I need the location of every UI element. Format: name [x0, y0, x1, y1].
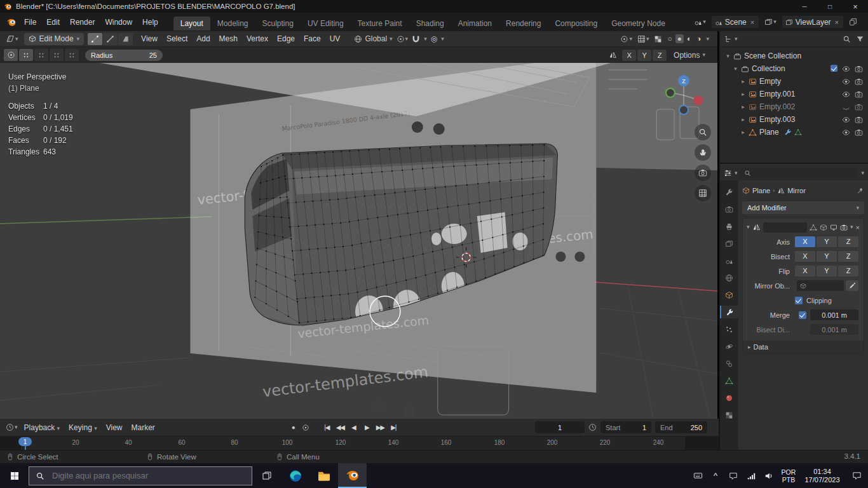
- maximize-button[interactable]: □: [817, 0, 843, 13]
- start-button[interactable]: [0, 463, 29, 488]
- menu-edit[interactable]: Edit: [41, 18, 65, 27]
- network-tray-icon[interactable]: [742, 463, 760, 488]
- overlays-dropdown[interactable]: ▾: [635, 33, 651, 45]
- select-mode-intersect-button[interactable]: [65, 49, 79, 61]
- taskbar-search[interactable]: [29, 466, 252, 485]
- viewport-canvas[interactable]: vector-templates.com vector-templates.co…: [0, 63, 717, 419]
- timeline-editor-icon[interactable]: ▾: [4, 421, 20, 433]
- hide-viewport-icon[interactable]: [842, 116, 850, 124]
- blender-taskbar-icon[interactable]: [338, 463, 367, 488]
- hide-viewport-icon-closed[interactable]: [842, 103, 850, 111]
- menu-render[interactable]: Render: [65, 18, 100, 27]
- current-frame-field[interactable]: 1: [535, 421, 585, 433]
- menu-tl-view[interactable]: View: [102, 423, 127, 432]
- use-preview-range-icon[interactable]: [588, 423, 597, 431]
- tab-constraints[interactable]: [720, 357, 738, 370]
- disable-render-icon[interactable]: [855, 90, 863, 98]
- tab-geometry-node[interactable]: Geometry Node: [604, 17, 672, 30]
- scene-browse-button[interactable]: ▾: [692, 16, 708, 28]
- flip-z-toggle[interactable]: Z: [838, 266, 858, 276]
- show-render-toggle[interactable]: [840, 224, 848, 231]
- select-mode-extend-button[interactable]: [34, 49, 48, 61]
- show-on-cage-toggle[interactable]: [810, 224, 817, 231]
- proportional-edit-toggle[interactable]: ◎: [429, 33, 439, 45]
- face-select-button[interactable]: [118, 33, 133, 45]
- play-button[interactable]: ▶: [360, 421, 374, 433]
- viewlayer-browse-button[interactable]: ▾: [763, 16, 778, 28]
- hide-viewport-icon[interactable]: [842, 90, 850, 98]
- menu-marker[interactable]: Marker: [126, 423, 159, 432]
- tab-rendering[interactable]: Rendering: [499, 17, 548, 30]
- active-tool-button[interactable]: [4, 49, 18, 61]
- previous-keyframe-button[interactable]: ◀◀: [334, 421, 347, 433]
- select-mode-new-button[interactable]: [19, 49, 33, 61]
- shading-material-button[interactable]: ◐: [685, 34, 693, 43]
- tab-particles[interactable]: [720, 323, 738, 336]
- file-explorer-taskbar-icon[interactable]: [309, 463, 338, 488]
- outliner-row-empty-002[interactable]: ▸ Empty.002: [720, 100, 868, 113]
- mirror-x-toggle[interactable]: X: [622, 50, 636, 61]
- radius-slider[interactable]: Radius 25: [85, 50, 163, 61]
- transform-orientation-dropdown[interactable]: Global ▾: [352, 33, 394, 45]
- shading-rendered-button[interactable]: ◑: [695, 34, 703, 43]
- tab-layout[interactable]: Layout: [173, 17, 210, 30]
- mirror-z-toggle[interactable]: Z: [653, 50, 667, 61]
- menu-uv[interactable]: UV: [325, 34, 345, 43]
- tab-sculpting[interactable]: Sculpting: [255, 17, 301, 30]
- tab-animation[interactable]: Animation: [451, 17, 499, 30]
- navigation-gizmo[interactable]: Z: [661, 73, 706, 118]
- menu-file[interactable]: File: [19, 18, 41, 27]
- bisect-z-toggle[interactable]: Z: [838, 251, 858, 262]
- tab-render[interactable]: [720, 203, 738, 215]
- viewlayer-selector[interactable]: ViewLayer ×: [782, 16, 843, 28]
- disable-render-icon[interactable]: [855, 128, 863, 137]
- pan-button[interactable]: [695, 144, 711, 161]
- outliner-filter-icon[interactable]: [856, 35, 864, 43]
- outliner-search-icon[interactable]: [843, 35, 851, 43]
- clipping-checkbox[interactable]: [795, 297, 803, 304]
- menu-window[interactable]: Window: [100, 18, 137, 27]
- edge-taskbar-icon[interactable]: [281, 463, 309, 488]
- tab-texture-paint[interactable]: Texture Paint: [351, 17, 409, 30]
- tab-object-data[interactable]: [720, 374, 738, 387]
- shading-settings-dropdown[interactable]: ▾: [704, 33, 711, 45]
- menu-mesh[interactable]: Mesh: [215, 34, 242, 43]
- outliner-row-scene-collection[interactable]: ▾ Scene Collection: [720, 50, 868, 62]
- show-in-editmode-toggle[interactable]: [820, 224, 827, 231]
- editor-type-button[interactable]: ▾: [4, 33, 20, 45]
- breadcrumb-object[interactable]: Plane: [752, 187, 770, 194]
- scene-unlink-icon[interactable]: ×: [749, 18, 756, 26]
- outliner-row-plane[interactable]: ▸ Plane: [720, 126, 868, 139]
- taskbar-clock[interactable]: 01:34 17/07/2023: [799, 468, 845, 484]
- tab-output[interactable]: [720, 220, 738, 233]
- tab-modifiers[interactable]: [720, 306, 738, 318]
- tab-tool[interactable]: [720, 186, 738, 198]
- show-hidden-icons-button[interactable]: ^: [707, 463, 724, 488]
- timeline-ruler[interactable]: 20 40 60 80 100 120 140 160 180 200 220 …: [0, 436, 719, 451]
- play-reverse-button[interactable]: ◀: [347, 421, 360, 433]
- gizmo-z-negative-axis[interactable]: [679, 105, 688, 114]
- outliner-editor-icon[interactable]: [724, 35, 732, 43]
- tab-compositing[interactable]: Compositing: [548, 17, 604, 30]
- outliner-row-empty[interactable]: ▸ Empty: [720, 75, 868, 88]
- jump-to-start-button[interactable]: |◀: [320, 421, 334, 433]
- modifier-name-field[interactable]: [763, 222, 808, 233]
- select-mode-subtract-button[interactable]: [50, 49, 64, 61]
- disable-render-icon[interactable]: [855, 103, 863, 111]
- next-keyframe-button[interactable]: ▶▶: [374, 421, 387, 433]
- tab-scene[interactable]: [720, 254, 738, 267]
- menu-select[interactable]: Select: [162, 34, 192, 43]
- camera-view-button[interactable]: [695, 165, 711, 181]
- flip-y-toggle[interactable]: Y: [817, 266, 837, 276]
- shading-solid-button[interactable]: ●: [675, 34, 684, 43]
- new-viewlayer-button[interactable]: [847, 16, 859, 28]
- xray-toggle[interactable]: [652, 33, 664, 45]
- jump-to-end-button[interactable]: ▶|: [387, 421, 400, 433]
- playhead-badge[interactable]: 1: [18, 437, 32, 446]
- menu-help[interactable]: Help: [137, 18, 163, 27]
- properties-editor-icon[interactable]: [724, 169, 732, 177]
- eyedropper-button[interactable]: [846, 280, 858, 291]
- disable-render-icon[interactable]: [855, 116, 863, 124]
- language-indicator[interactable]: POR PTB: [778, 468, 799, 484]
- vertex-select-button[interactable]: [88, 33, 102, 45]
